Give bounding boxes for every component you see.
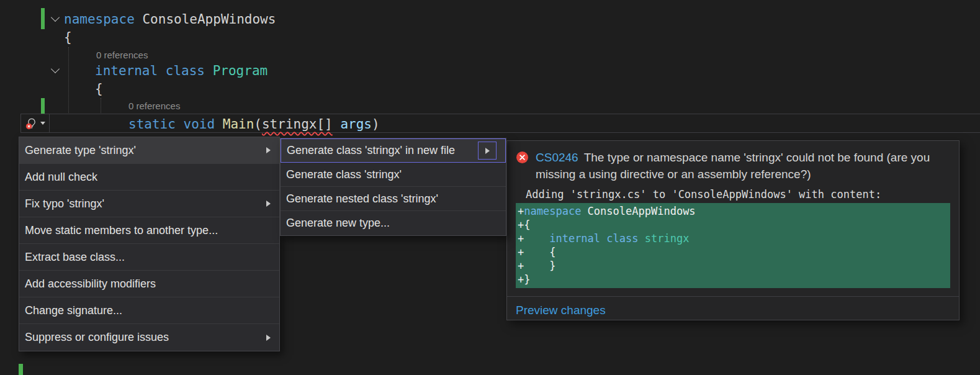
diff-line: + } xyxy=(516,259,950,273)
error-icon xyxy=(516,151,529,164)
quick-actions-menu: Generate type 'stringx' Add null check F… xyxy=(19,137,280,351)
fold-chevron-icon[interactable] xyxy=(51,13,60,22)
indent-guide xyxy=(101,98,101,113)
code-token: + } xyxy=(518,260,555,272)
code-line: { xyxy=(64,29,72,46)
submenu-arrow-icon xyxy=(266,335,271,341)
codelens-references[interactable]: 0 references xyxy=(128,101,180,111)
vs-editor-screen: namespace ConsoleAppWindows { 0 referenc… xyxy=(0,0,980,375)
diff-line: +{ xyxy=(516,218,950,232)
code-token xyxy=(333,117,341,132)
error-message: The type or namespace name 'stringx' cou… xyxy=(536,151,930,181)
code-token: { xyxy=(64,30,72,45)
submenu-item-generate-class-new-file[interactable]: Generate class 'stringx' in new file xyxy=(281,138,506,163)
chevron-down-icon xyxy=(40,122,45,125)
code-token: + { xyxy=(518,246,555,258)
code-token: ConsoleAppWindows xyxy=(581,205,695,217)
menu-item-label: Generate type 'stringx' xyxy=(25,144,266,157)
preview-changes-link[interactable]: Preview changes xyxy=(516,304,606,317)
error-preview-tooltip: CS0246The type or namespace name 'string… xyxy=(506,140,960,320)
code-token: ConsoleAppWindows xyxy=(142,12,276,27)
menu-item-label: Suppress or configure issues xyxy=(25,331,266,344)
code-token-error: stringx[] xyxy=(262,117,333,132)
diff-preview: +namespace ConsoleAppWindows +{ + intern… xyxy=(516,203,950,288)
menu-item-extract-base-class[interactable]: Extract base class... xyxy=(19,244,279,271)
code-token: static void xyxy=(128,117,215,132)
panel-footer: Preview changes xyxy=(507,296,959,324)
gutter-change-bar xyxy=(19,364,23,375)
lightbulb-icon xyxy=(25,117,38,130)
diff-line: +} xyxy=(516,273,950,286)
code-token: internal class xyxy=(549,232,638,245)
code-token: ( xyxy=(254,117,262,132)
code-token: stringx xyxy=(645,232,690,245)
menu-item-add-accessibility-modifiers[interactable]: Add accessibility modifiers xyxy=(19,271,279,297)
code-token: + xyxy=(518,232,549,245)
code-line: namespace ConsoleAppWindows xyxy=(64,11,276,28)
indent-guide xyxy=(68,47,69,113)
fold-chevron-icon[interactable] xyxy=(51,65,60,73)
menu-item-label: Extract base class... xyxy=(25,251,271,264)
code-token: Main xyxy=(223,117,254,132)
code-token: args xyxy=(340,117,372,132)
error-code: CS0246 xyxy=(536,151,584,164)
code-token xyxy=(215,117,223,132)
submenu-arrow-icon xyxy=(485,148,490,154)
menu-item-label: Generate nested class 'stringx' xyxy=(286,192,497,206)
menu-item-fix-typo[interactable]: Fix typo 'stringx' xyxy=(19,191,279,217)
menu-item-label: Add accessibility modifiers xyxy=(25,278,271,291)
menu-item-label: Add null check xyxy=(25,171,271,184)
codelens-references[interactable]: 0 references xyxy=(96,50,148,60)
gutter-change-bar xyxy=(41,8,45,29)
diff-line: +namespace ConsoleAppWindows xyxy=(516,204,950,218)
code-token: +} xyxy=(518,273,530,286)
code-token: internal class xyxy=(95,63,205,78)
menu-item-generate-type[interactable]: Generate type 'stringx' xyxy=(19,137,279,164)
code-line: static void Main(stringx[] args) xyxy=(128,115,380,133)
code-line: internal class Program xyxy=(95,62,267,79)
diff-line: + internal class stringx xyxy=(516,232,950,245)
submenu-arrow-icon xyxy=(266,201,271,207)
error-badge-icon xyxy=(25,123,32,129)
code-token: + xyxy=(518,205,524,217)
menu-item-label: Generate class 'stringx' in new file xyxy=(287,144,473,157)
code-token: namespace xyxy=(64,12,135,27)
menu-item-label: Fix typo 'stringx' xyxy=(25,197,266,210)
code-token xyxy=(205,63,213,78)
submenu-item-generate-nested-class[interactable]: Generate nested class 'stringx' xyxy=(281,187,506,211)
lightbulb-button[interactable] xyxy=(20,114,50,133)
diff-header-line: Adding 'stringx.cs' to 'ConsoleAppWindow… xyxy=(507,186,959,203)
gutter-change-bar xyxy=(41,98,45,115)
code-token: namespace xyxy=(524,205,581,217)
error-text: CS0246The type or namespace name 'string… xyxy=(536,149,950,183)
submenu-item-generate-new-type[interactable]: Generate new type... xyxy=(281,211,506,235)
code-token xyxy=(638,232,644,245)
menu-item-label: Generate class 'stringx' xyxy=(286,168,497,181)
menu-item-label: Generate new type... xyxy=(286,217,497,230)
code-token: Program xyxy=(213,63,268,78)
menu-item-label: Change signature... xyxy=(25,304,271,317)
code-line: { xyxy=(95,80,103,97)
code-token: ) xyxy=(372,117,380,132)
code-token: { xyxy=(95,81,103,96)
menu-item-move-static-members[interactable]: Move static members to another type... xyxy=(19,217,279,244)
menu-item-suppress-or-configure[interactable]: Suppress or configure issues xyxy=(19,324,279,351)
submenu-arrow-icon xyxy=(266,147,271,153)
code-token xyxy=(135,12,143,27)
generate-type-submenu: Generate class 'stringx' in new file Gen… xyxy=(280,138,506,236)
menu-item-add-null-check[interactable]: Add null check xyxy=(19,164,279,191)
menu-item-change-signature[interactable]: Change signature... xyxy=(19,297,279,324)
diff-line: + { xyxy=(516,245,950,259)
error-header: CS0246The type or namespace name 'string… xyxy=(507,141,959,186)
menu-item-label: Move static members to another type... xyxy=(25,224,271,237)
code-token: +{ xyxy=(518,219,530,231)
submenu-item-generate-class[interactable]: Generate class 'stringx' xyxy=(281,163,506,187)
preview-expander-button[interactable] xyxy=(478,142,497,160)
